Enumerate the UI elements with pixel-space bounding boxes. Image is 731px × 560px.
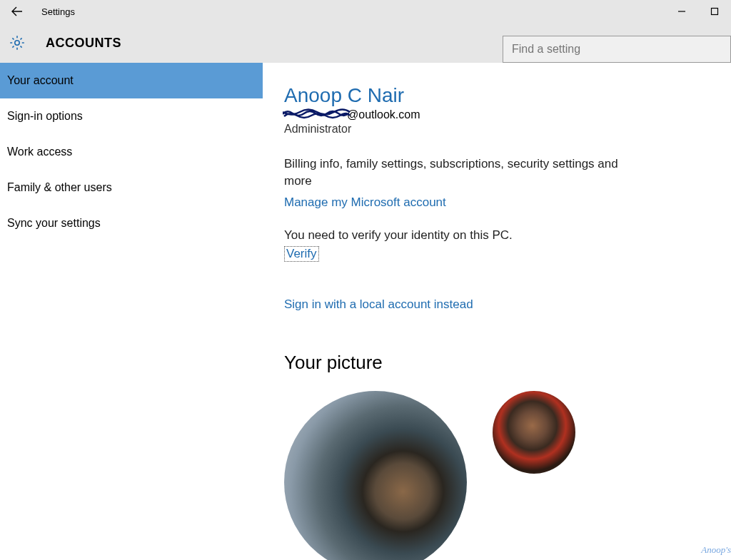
- picture-row: [284, 391, 710, 560]
- email-suffix: @outlook.com: [347, 108, 420, 121]
- window-title: Settings: [41, 6, 75, 17]
- content: Your account Sign-in options Work access…: [0, 63, 731, 560]
- sidebar-item-work-access[interactable]: Work access: [0, 134, 263, 170]
- manage-account-link[interactable]: Manage my Microsoft account: [284, 195, 446, 210]
- avatar-previous[interactable]: [493, 391, 575, 474]
- window-controls: [665, 0, 731, 23]
- minimize-button[interactable]: [665, 0, 698, 23]
- sidebar-item-label: Work access: [7, 146, 72, 158]
- sidebar-item-label: Sign-in options: [7, 110, 83, 122]
- main-panel: Anoop C Nair xxxxxxxxxxx@outlook.com Adm…: [263, 63, 731, 560]
- title-bar: Settings: [0, 0, 731, 23]
- sidebar: Your account Sign-in options Work access…: [0, 63, 263, 560]
- sidebar-item-signin-options[interactable]: Sign-in options: [0, 98, 263, 134]
- sidebar-item-label: Sync your settings: [7, 217, 101, 229]
- verify-link[interactable]: Verify: [284, 246, 319, 262]
- header: ACCOUNTS: [0, 23, 731, 63]
- svg-point-2: [15, 41, 19, 45]
- account-email: xxxxxxxxxxx@outlook.com: [284, 108, 710, 121]
- sidebar-item-family-users[interactable]: Family & other users: [0, 170, 263, 205]
- section-title: ACCOUNTS: [46, 36, 121, 51]
- maximize-icon: [710, 7, 719, 16]
- verify-prompt: You need to verify your identity on this…: [284, 227, 627, 244]
- svg-rect-1: [712, 9, 718, 15]
- account-role: Administrator: [284, 123, 710, 136]
- sidebar-item-sync-settings[interactable]: Sync your settings: [0, 205, 263, 241]
- settings-gear-icon: [9, 34, 26, 51]
- watermark: Anoop's: [701, 544, 731, 556]
- maximize-button[interactable]: [698, 0, 731, 23]
- sidebar-item-label: Your account: [7, 74, 74, 86]
- local-account-link[interactable]: Sign in with a local account instead: [284, 297, 473, 312]
- minimize-icon: [677, 7, 686, 16]
- your-picture-heading: Your picture: [284, 352, 710, 374]
- back-button[interactable]: [6, 0, 29, 23]
- back-arrow-icon: [11, 5, 24, 18]
- sidebar-item-your-account[interactable]: Your account: [0, 63, 263, 98]
- redaction-scribble: [283, 108, 351, 120]
- billing-description: Billing info, family settings, subscript…: [284, 156, 627, 190]
- avatar-current: [284, 391, 467, 560]
- search-input[interactable]: [503, 36, 731, 63]
- account-name: Anoop C Nair: [284, 84, 710, 107]
- sidebar-item-label: Family & other users: [7, 181, 112, 193]
